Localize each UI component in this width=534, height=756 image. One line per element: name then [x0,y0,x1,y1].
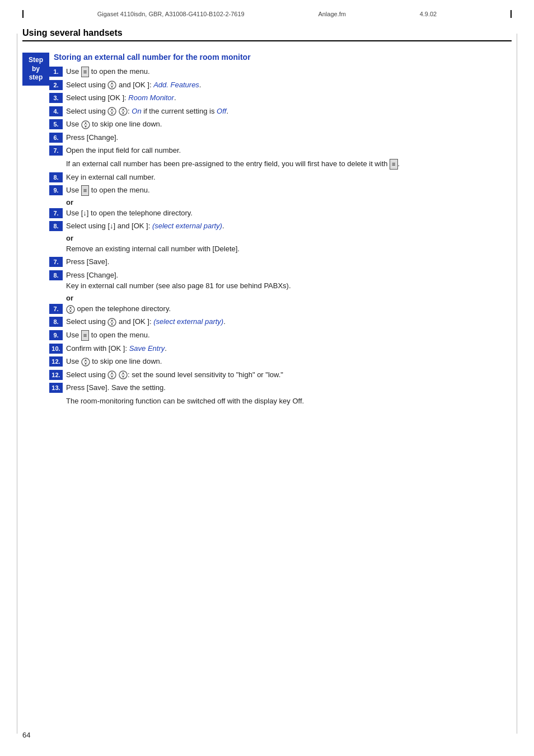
step-heading-text: Storing an external call number for the … [54,53,251,62]
step-row: 8. Press [Change].Key in external call n… [49,270,512,292]
svg-rect-24 [71,309,72,309]
or-divider-3: or [49,294,512,302]
svg-point-16 [85,122,86,124]
step-row: 12. Use to skip one line down. [49,356,512,367]
step-row: 9. Use ≡ to open the menu. [49,185,512,196]
svg-point-12 [123,112,124,114]
step-sidebar-line3: step [27,73,45,82]
step-number-10: 10. [49,344,63,354]
step-row: 7. Open the input field for call number. [49,145,512,156]
step-row: 5. Use to skip one line down. [49,119,512,130]
step-text-1: Use ≡ to open the menu. [66,66,512,77]
svg-point-42 [123,376,124,378]
step-number-7b: 7. [49,208,63,218]
svg-rect-9 [113,111,114,112]
step-text-8b: Select using [↓] and [OK ]: (select exte… [66,220,512,232]
svg-point-7 [111,112,113,114]
svg-point-6 [111,109,113,111]
step-number-8c: 8. [49,270,63,280]
step-number-7c: 7. [49,257,63,267]
svg-point-2 [111,86,113,88]
step-number-8b: 8. [49,221,63,231]
note-row-internal: Remove an existing internal call number … [49,243,512,255]
step-row: 7. Use [↓] to open the telephone directo… [49,208,512,219]
step-number-9a: 9. [49,185,63,195]
page-container: Gigaset 4110isdn, GBR, A31008-G4110-B102… [0,0,534,756]
svg-rect-29 [113,322,114,323]
step-text-8d: Select using and [OK ]: (select external… [66,316,512,327]
step-sidebar-line2: by [27,65,45,74]
section-title: Using several handsets [22,28,512,38]
svg-point-40 [119,371,127,379]
svg-point-41 [123,373,124,374]
svg-point-11 [123,109,124,111]
svg-point-30 [82,358,90,366]
step-number-1: 1. [49,67,63,77]
step-row: 3. Select using [OK ]: Room Monitor. [49,92,512,104]
step-text-10: Confirm with [OK ]: Save Entry. [66,343,512,354]
svg-point-26 [111,320,113,322]
step-sidebar-line1: Step [27,56,45,65]
step-number-3: 3. [49,93,63,103]
step-number-7a: 7. [49,145,63,156]
step-row: 8. Select using [↓] and [OK ]: (select e… [49,220,512,232]
step-number-12a: 12. [49,356,63,367]
note-text-internal: Remove an existing internal call number … [66,243,240,255]
svg-rect-28 [110,322,111,323]
step-text-8a: Key in external call number. [66,172,512,183]
note-text-preassigned: If an external call number has been pre-… [66,158,400,170]
step-number-4: 4. [49,106,63,116]
step-number-6: 6. [49,133,63,143]
step-number-2: 2. [49,80,63,90]
step-number-5: 5. [49,119,63,129]
step-row: 12. Select using : set the sound level s… [49,369,512,381]
svg-rect-44 [124,375,125,375]
note-text-final: The room-monitoring function can be swit… [66,396,304,407]
svg-point-32 [85,363,86,364]
step-text-3: Select using [OK ]: Room Monitor. [66,92,512,104]
svg-point-27 [111,323,113,325]
step-text-7b: Use [↓] to open the telephone directory. [66,208,512,219]
svg-point-20 [67,306,74,313]
svg-rect-39 [113,375,114,375]
step-heading: Storing an external call number for the … [49,53,512,62]
svg-point-1 [111,83,113,84]
svg-rect-23 [69,309,70,309]
svg-point-21 [70,307,72,308]
svg-point-37 [111,376,113,378]
svg-rect-19 [86,124,87,125]
step-number-8a: 8. [49,172,63,182]
step-number-7d: 7. [49,304,63,314]
svg-rect-14 [124,111,125,112]
steps-area: Storing an external call number for the … [49,53,512,408]
or-divider-1: or [49,198,512,206]
step-text-7d: open the telephone directory. [66,303,512,314]
svg-point-25 [108,318,116,326]
step-text-9b: Use ≡ to open the menu. [66,330,512,341]
step-row: 2. Select using and [OK ]: Add. Features… [49,79,512,91]
svg-point-15 [82,121,90,129]
step-row: 7. Press [Save]. [49,256,512,267]
meta-header: Gigaset 4110isdn, GBR, A31008-G4110-B102… [0,0,534,18]
step-text-4: Select using : On if the current setting… [66,106,512,117]
doc-info: Gigaset 4110isdn, GBR, A31008-G4110-B102… [97,11,245,17]
svg-point-10 [119,107,127,115]
note-row-final: The room-monitoring function can be swit… [49,396,512,407]
right-pipe [510,10,512,18]
step-text-9a: Use ≡ to open the menu. [66,185,512,196]
svg-point-22 [70,310,72,312]
content-area: Step by step Storing an external call nu… [22,53,512,408]
step-row: 6. Press [Change]. [49,132,512,143]
svg-rect-34 [86,361,87,362]
step-text-6: Press [Change]. [66,132,512,143]
step-text-13: Press [Save]. Save the setting. [66,382,512,393]
svg-rect-33 [84,361,85,362]
svg-point-31 [85,359,86,361]
step-number-13: 13. [49,383,63,393]
step-text-12a: Use to skip one line down. [66,356,512,367]
file-info: Anlage.fm [318,11,346,17]
svg-point-0 [108,81,116,89]
step-sidebar: Step by step [22,53,49,86]
nav-icon [107,81,116,90]
date-info: 4.9.02 [420,11,437,17]
